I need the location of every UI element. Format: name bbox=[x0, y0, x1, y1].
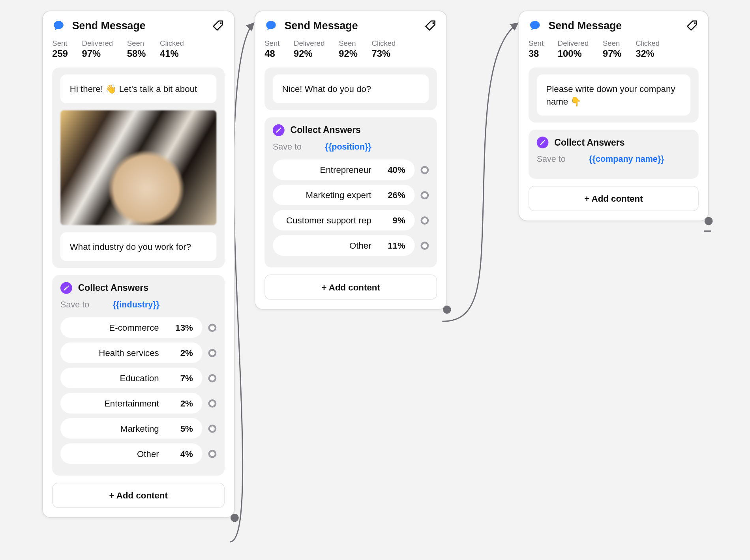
connection-handle[interactable] bbox=[208, 424, 217, 433]
connection-handle[interactable] bbox=[420, 191, 429, 199]
save-to-variable[interactable]: {{industry}} bbox=[113, 300, 160, 309]
answer-row[interactable]: Marketing expert26% bbox=[273, 185, 429, 205]
pencil-circle-icon bbox=[273, 124, 285, 136]
chat-icon bbox=[52, 19, 65, 32]
message-block[interactable]: Nice! What do you do? bbox=[264, 67, 437, 110]
connection-handle[interactable] bbox=[208, 399, 217, 407]
add-content-button[interactable]: + Add content bbox=[264, 274, 437, 300]
add-content-button[interactable]: + Add content bbox=[529, 186, 699, 211]
answer-row[interactable]: E-commerce13% bbox=[60, 317, 216, 338]
tag-icon[interactable] bbox=[212, 19, 225, 32]
send-message-node[interactable]: Send Message Sent48 Delivered92% Seen92%… bbox=[255, 11, 447, 310]
collect-answers-block[interactable]: Collect Answers Save to {{industry}} E-c… bbox=[52, 275, 225, 476]
node-output-handle[interactable] bbox=[705, 217, 713, 225]
message-bubble[interactable]: Hi there! 👋 Let's talk a bit about bbox=[60, 75, 216, 103]
message-block[interactable]: Hi there! 👋 Let's talk a bit about What … bbox=[52, 67, 225, 268]
collect-answers-title: Collect Answers bbox=[291, 125, 361, 136]
answer-row[interactable]: Other11% bbox=[273, 235, 429, 256]
collect-answers-title: Collect Answers bbox=[78, 283, 148, 293]
flow-canvas[interactable]: Send Message Sent259 Delivered97% Seen58… bbox=[0, 0, 750, 560]
message-bubble[interactable]: Nice! What do you do? bbox=[273, 75, 429, 103]
svg-point-0 bbox=[220, 22, 221, 24]
save-to-variable[interactable]: {{position}} bbox=[325, 142, 371, 152]
send-message-node[interactable]: Send Message Sent259 Delivered97% Seen58… bbox=[42, 11, 234, 518]
answer-row[interactable]: Entertainment2% bbox=[60, 393, 216, 414]
answer-row[interactable]: Health services2% bbox=[60, 343, 216, 363]
collect-answers-block[interactable]: Collect Answers Save to {{position}} Ent… bbox=[264, 117, 437, 267]
message-bubble[interactable]: Please write down your company name 👇 bbox=[537, 75, 690, 116]
answer-row[interactable]: Entrepreneur40% bbox=[273, 159, 429, 180]
collect-answers-title: Collect Answers bbox=[554, 137, 624, 148]
stats-row: Sent259 Delivered97% Seen58% Clicked41% bbox=[52, 39, 225, 60]
answer-row[interactable]: Other4% bbox=[60, 443, 216, 464]
card-title: Send Message bbox=[285, 20, 417, 32]
stats-row: Sent38 Delivered100% Seen97% Clicked32% bbox=[529, 39, 699, 60]
message-image[interactable] bbox=[60, 110, 216, 225]
connection-handle[interactable] bbox=[420, 216, 429, 225]
pencil-circle-icon bbox=[537, 137, 549, 148]
tag-icon[interactable] bbox=[686, 19, 699, 32]
connection-handle[interactable] bbox=[420, 166, 429, 174]
connection-handle[interactable] bbox=[208, 348, 217, 357]
node-output-handle[interactable] bbox=[231, 514, 239, 522]
save-to-label: Save to bbox=[60, 300, 89, 309]
card-title: Send Message bbox=[548, 20, 679, 32]
answer-row[interactable]: Education7% bbox=[60, 368, 216, 388]
connection-handle[interactable] bbox=[208, 449, 217, 458]
message-bubble[interactable]: What industry do you work for? bbox=[60, 232, 216, 261]
answer-row[interactable]: Customer support rep9% bbox=[273, 210, 429, 230]
stats-row: Sent48 Delivered92% Seen92% Clicked73% bbox=[264, 39, 437, 60]
tag-icon[interactable] bbox=[424, 19, 437, 32]
pencil-circle-icon bbox=[60, 282, 72, 294]
card-title: Send Message bbox=[72, 20, 205, 32]
chat-icon bbox=[529, 19, 542, 32]
node-output-handle[interactable] bbox=[443, 305, 451, 314]
chat-icon bbox=[264, 19, 278, 32]
send-message-node[interactable]: Send Message Sent38 Delivered100% Seen97… bbox=[519, 11, 709, 221]
save-to-label: Save to bbox=[537, 154, 566, 164]
svg-point-1 bbox=[432, 22, 434, 24]
connection-handle[interactable] bbox=[208, 324, 217, 332]
connection-handle[interactable] bbox=[420, 241, 429, 249]
answer-row[interactable]: Marketing5% bbox=[60, 418, 216, 439]
save-to-label: Save to bbox=[273, 142, 302, 152]
connection-handle[interactable] bbox=[208, 374, 217, 382]
add-content-button[interactable]: + Add content bbox=[52, 483, 225, 508]
collect-answers-block[interactable]: Collect Answers Save to {{company name}} bbox=[529, 129, 699, 179]
save-to-variable[interactable]: {{company name}} bbox=[589, 154, 664, 164]
message-block[interactable]: Please write down your company name 👇 bbox=[529, 67, 699, 123]
svg-point-2 bbox=[694, 22, 696, 24]
